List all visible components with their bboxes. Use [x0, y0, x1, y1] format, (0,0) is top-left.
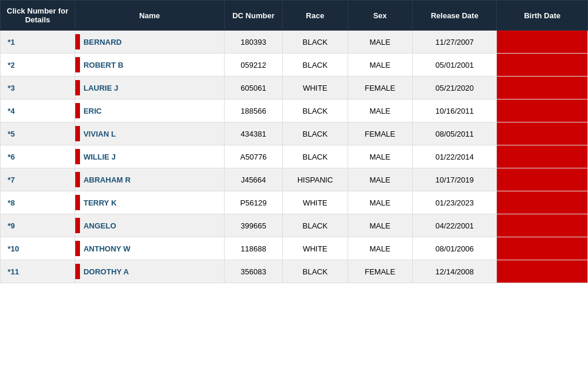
- row-sex: MALE: [348, 214, 412, 237]
- name-bar-indicator: [75, 126, 80, 141]
- row-birth-date: [497, 100, 588, 122]
- header-release: Release Date: [412, 1, 497, 31]
- row-race: BLACK: [283, 100, 348, 122]
- row-birth-date: [497, 145, 588, 168]
- row-name[interactable]: ANTHONY W: [75, 237, 224, 260]
- row-name[interactable]: LAURIE J: [75, 77, 224, 100]
- row-number[interactable]: *9: [1, 214, 75, 237]
- row-name[interactable]: ERIC: [75, 100, 224, 122]
- name-text: ANGELO: [80, 218, 120, 233]
- name-bar-indicator: [75, 241, 80, 256]
- row-dc-number: 118688: [224, 237, 282, 260]
- row-sex: MALE: [348, 191, 412, 214]
- table-row: *5VIVIAN L434381BLACKFEMALE08/05/2011: [1, 122, 588, 145]
- row-dc-number: 188566: [224, 100, 282, 122]
- row-birth-date: [497, 191, 588, 214]
- row-release-date: 08/05/2011: [412, 122, 497, 145]
- row-release-date: 11/27/2007: [412, 31, 497, 54]
- name-bar-indicator: [75, 149, 80, 164]
- row-sex: MALE: [348, 54, 412, 77]
- name-bar-indicator: [75, 103, 80, 118]
- name-bar-indicator: [75, 80, 80, 95]
- row-dc-number: A50776: [224, 145, 282, 168]
- name-text: ERIC: [80, 103, 105, 118]
- row-release-date: 05/01/2001: [412, 54, 497, 77]
- name-text: ROBERT B: [80, 57, 127, 72]
- row-release-date: 08/01/2006: [412, 237, 497, 260]
- row-number[interactable]: *1: [1, 31, 75, 54]
- row-number[interactable]: *7: [1, 168, 75, 191]
- name-bar-indicator: [75, 264, 80, 279]
- row-name[interactable]: TERRY K: [75, 191, 224, 214]
- row-dc-number: 180393: [224, 31, 282, 54]
- row-race: WHITE: [283, 237, 348, 260]
- name-text: VIVIAN L: [80, 126, 119, 141]
- row-dc-number: 059212: [224, 54, 282, 77]
- row-birth-date: [497, 237, 588, 260]
- row-birth-date: [497, 260, 588, 283]
- row-dc-number: P56129: [224, 191, 282, 214]
- row-number[interactable]: *4: [1, 100, 75, 122]
- row-dc-number: 356083: [224, 260, 282, 283]
- row-number[interactable]: *3: [1, 77, 75, 100]
- header-number: Click Number for Details: [1, 1, 75, 31]
- row-release-date: 01/22/2014: [412, 145, 497, 168]
- row-number[interactable]: *6: [1, 145, 75, 168]
- table-row: *11DOROTHY A356083BLACKFEMALE12/14/2008: [1, 260, 588, 283]
- row-number[interactable]: *10: [1, 237, 75, 260]
- row-birth-date: [497, 54, 588, 77]
- row-release-date: 05/21/2020: [412, 77, 497, 100]
- row-dc-number: 434381: [224, 122, 282, 145]
- row-name[interactable]: ABRAHAM R: [75, 168, 224, 191]
- row-birth-date: [497, 122, 588, 145]
- row-name[interactable]: ANGELO: [75, 214, 224, 237]
- row-name[interactable]: VIVIAN L: [75, 122, 224, 145]
- row-name[interactable]: BERNARD: [75, 31, 224, 54]
- row-race: BLACK: [283, 260, 348, 283]
- row-race: BLACK: [283, 145, 348, 168]
- name-bar-indicator: [75, 34, 80, 49]
- row-sex: MALE: [348, 100, 412, 122]
- table-row: *10ANTHONY W118688WHITEMALE08/01/2006: [1, 237, 588, 260]
- row-race: WHITE: [283, 191, 348, 214]
- table-row: *4ERIC188566BLACKMALE10/16/2011: [1, 100, 588, 122]
- header-sex: Sex: [348, 1, 412, 31]
- table-row: *6WILLIE JA50776BLACKMALE01/22/2014: [1, 145, 588, 168]
- row-name[interactable]: ROBERT B: [75, 54, 224, 77]
- name-bar-indicator: [75, 57, 80, 72]
- table-row: *8TERRY KP56129WHITEMALE01/23/2023: [1, 191, 588, 214]
- row-name[interactable]: DOROTHY A: [75, 260, 224, 283]
- name-text: WILLIE J: [80, 149, 119, 164]
- row-sex: FEMALE: [348, 260, 412, 283]
- row-sex: FEMALE: [348, 77, 412, 100]
- row-sex: MALE: [348, 145, 412, 168]
- name-text: TERRY K: [80, 195, 120, 210]
- row-birth-date: [497, 214, 588, 237]
- row-release-date: 04/22/2001: [412, 214, 497, 237]
- name-text: ABRAHAM R: [80, 172, 134, 187]
- row-sex: MALE: [348, 168, 412, 191]
- row-race: BLACK: [283, 31, 348, 54]
- row-race: BLACK: [283, 214, 348, 237]
- row-name[interactable]: WILLIE J: [75, 145, 224, 168]
- name-text: BERNARD: [80, 34, 125, 49]
- row-race: HISPANIC: [283, 168, 348, 191]
- row-release-date: 01/23/2023: [412, 191, 497, 214]
- name-bar-indicator: [75, 218, 80, 233]
- table-row: *7ABRAHAM RJ45664HISPANICMALE10/17/2019: [1, 168, 588, 191]
- name-text: ANTHONY W: [80, 241, 134, 256]
- name-bar-indicator: [75, 195, 80, 210]
- row-sex: FEMALE: [348, 122, 412, 145]
- row-number[interactable]: *8: [1, 191, 75, 214]
- header-name: Name: [75, 1, 224, 31]
- row-number[interactable]: *5: [1, 122, 75, 145]
- row-race: BLACK: [283, 54, 348, 77]
- row-release-date: 10/17/2019: [412, 168, 497, 191]
- row-sex: MALE: [348, 31, 412, 54]
- name-bar-indicator: [75, 172, 80, 187]
- row-race: WHITE: [283, 77, 348, 100]
- row-release-date: 10/16/2011: [412, 100, 497, 122]
- row-number[interactable]: *2: [1, 54, 75, 77]
- row-number[interactable]: *11: [1, 260, 75, 283]
- table-row: *3LAURIE J605061WHITEFEMALE05/21/2020: [1, 77, 588, 100]
